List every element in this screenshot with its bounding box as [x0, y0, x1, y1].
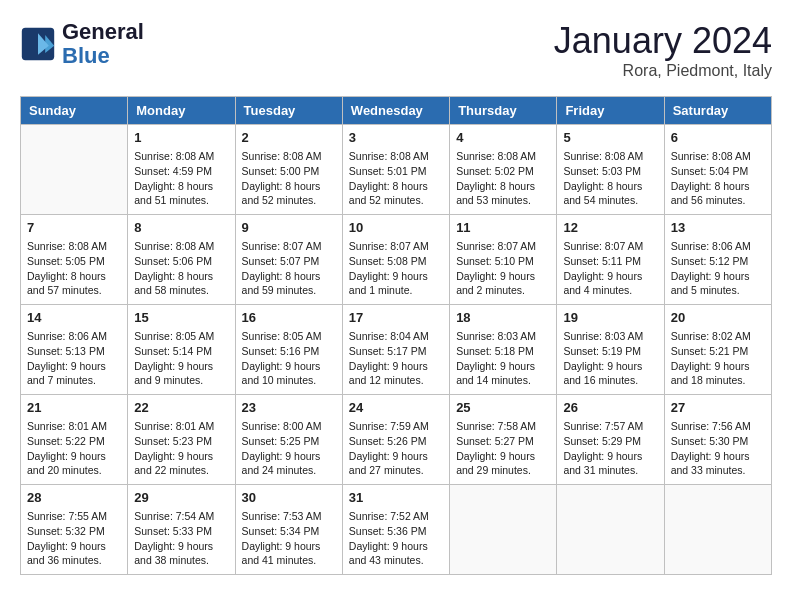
daylight-text: Daylight: 9 hours and 18 minutes.: [671, 359, 765, 388]
daylight-text: Daylight: 9 hours and 20 minutes.: [27, 449, 121, 478]
calendar-cell: 17Sunrise: 8:04 AMSunset: 5:17 PMDayligh…: [342, 305, 449, 395]
daylight-text: Daylight: 8 hours and 59 minutes.: [242, 269, 336, 298]
day-number: 19: [563, 309, 657, 327]
daylight-text: Daylight: 9 hours and 7 minutes.: [27, 359, 121, 388]
day-number: 8: [134, 219, 228, 237]
sunset-text: Sunset: 5:06 PM: [134, 254, 228, 269]
daylight-text: Daylight: 9 hours and 38 minutes.: [134, 539, 228, 568]
sunset-text: Sunset: 5:34 PM: [242, 524, 336, 539]
daylight-text: Daylight: 9 hours and 4 minutes.: [563, 269, 657, 298]
day-number: 26: [563, 399, 657, 417]
sunrise-text: Sunrise: 7:57 AM: [563, 419, 657, 434]
calendar-cell: 12Sunrise: 8:07 AMSunset: 5:11 PMDayligh…: [557, 215, 664, 305]
day-number: 4: [456, 129, 550, 147]
calendar-cell: [21, 125, 128, 215]
location: Rora, Piedmont, Italy: [554, 62, 772, 80]
sunset-text: Sunset: 5:30 PM: [671, 434, 765, 449]
sunrise-text: Sunrise: 8:07 AM: [563, 239, 657, 254]
sunrise-text: Sunrise: 8:05 AM: [134, 329, 228, 344]
month-title: January 2024: [554, 20, 772, 62]
calendar-cell: 7Sunrise: 8:08 AMSunset: 5:05 PMDaylight…: [21, 215, 128, 305]
calendar-cell: 5Sunrise: 8:08 AMSunset: 5:03 PMDaylight…: [557, 125, 664, 215]
calendar-cell: 23Sunrise: 8:00 AMSunset: 5:25 PMDayligh…: [235, 395, 342, 485]
day-number: 20: [671, 309, 765, 327]
title-block: January 2024 Rora, Piedmont, Italy: [554, 20, 772, 80]
calendar-cell: 8Sunrise: 8:08 AMSunset: 5:06 PMDaylight…: [128, 215, 235, 305]
sunset-text: Sunset: 5:13 PM: [27, 344, 121, 359]
calendar-cell: 31Sunrise: 7:52 AMSunset: 5:36 PMDayligh…: [342, 485, 449, 575]
calendar-cell: 9Sunrise: 8:07 AMSunset: 5:07 PMDaylight…: [235, 215, 342, 305]
sunrise-text: Sunrise: 7:53 AM: [242, 509, 336, 524]
header-monday: Monday: [128, 97, 235, 125]
calendar-cell: 25Sunrise: 7:58 AMSunset: 5:27 PMDayligh…: [450, 395, 557, 485]
daylight-text: Daylight: 8 hours and 52 minutes.: [349, 179, 443, 208]
sunset-text: Sunset: 5:33 PM: [134, 524, 228, 539]
daylight-text: Daylight: 9 hours and 1 minute.: [349, 269, 443, 298]
calendar-cell: 15Sunrise: 8:05 AMSunset: 5:14 PMDayligh…: [128, 305, 235, 395]
sunrise-text: Sunrise: 7:59 AM: [349, 419, 443, 434]
calendar-cell: [450, 485, 557, 575]
sunrise-text: Sunrise: 8:07 AM: [456, 239, 550, 254]
sunrise-text: Sunrise: 8:01 AM: [27, 419, 121, 434]
logo-icon: [20, 26, 56, 62]
header-row: SundayMondayTuesdayWednesdayThursdayFrid…: [21, 97, 772, 125]
sunrise-text: Sunrise: 8:03 AM: [563, 329, 657, 344]
calendar-cell: 30Sunrise: 7:53 AMSunset: 5:34 PMDayligh…: [235, 485, 342, 575]
daylight-text: Daylight: 9 hours and 36 minutes.: [27, 539, 121, 568]
daylight-text: Daylight: 9 hours and 33 minutes.: [671, 449, 765, 478]
daylight-text: Daylight: 9 hours and 27 minutes.: [349, 449, 443, 478]
day-number: 1: [134, 129, 228, 147]
day-number: 27: [671, 399, 765, 417]
day-number: 23: [242, 399, 336, 417]
day-number: 30: [242, 489, 336, 507]
day-number: 9: [242, 219, 336, 237]
daylight-text: Daylight: 9 hours and 5 minutes.: [671, 269, 765, 298]
sunrise-text: Sunrise: 8:04 AM: [349, 329, 443, 344]
daylight-text: Daylight: 9 hours and 41 minutes.: [242, 539, 336, 568]
sunrise-text: Sunrise: 8:08 AM: [134, 149, 228, 164]
sunrise-text: Sunrise: 8:03 AM: [456, 329, 550, 344]
sunset-text: Sunset: 5:32 PM: [27, 524, 121, 539]
week-row-3: 14Sunrise: 8:06 AMSunset: 5:13 PMDayligh…: [21, 305, 772, 395]
daylight-text: Daylight: 9 hours and 2 minutes.: [456, 269, 550, 298]
sunset-text: Sunset: 5:19 PM: [563, 344, 657, 359]
logo-text: General Blue: [62, 20, 144, 68]
sunset-text: Sunset: 5:22 PM: [27, 434, 121, 449]
calendar-cell: 20Sunrise: 8:02 AMSunset: 5:21 PMDayligh…: [664, 305, 771, 395]
daylight-text: Daylight: 9 hours and 9 minutes.: [134, 359, 228, 388]
calendar-cell: 18Sunrise: 8:03 AMSunset: 5:18 PMDayligh…: [450, 305, 557, 395]
calendar-cell: 11Sunrise: 8:07 AMSunset: 5:10 PMDayligh…: [450, 215, 557, 305]
sunrise-text: Sunrise: 7:56 AM: [671, 419, 765, 434]
daylight-text: Daylight: 8 hours and 56 minutes.: [671, 179, 765, 208]
logo: General Blue: [20, 20, 144, 68]
page-header: General Blue January 2024 Rora, Piedmont…: [20, 20, 772, 80]
sunset-text: Sunset: 5:27 PM: [456, 434, 550, 449]
sunset-text: Sunset: 5:29 PM: [563, 434, 657, 449]
header-friday: Friday: [557, 97, 664, 125]
sunset-text: Sunset: 5:18 PM: [456, 344, 550, 359]
day-number: 25: [456, 399, 550, 417]
calendar-cell: 4Sunrise: 8:08 AMSunset: 5:02 PMDaylight…: [450, 125, 557, 215]
calendar-cell: 26Sunrise: 7:57 AMSunset: 5:29 PMDayligh…: [557, 395, 664, 485]
daylight-text: Daylight: 8 hours and 54 minutes.: [563, 179, 657, 208]
sunset-text: Sunset: 5:04 PM: [671, 164, 765, 179]
week-row-2: 7Sunrise: 8:08 AMSunset: 5:05 PMDaylight…: [21, 215, 772, 305]
day-number: 10: [349, 219, 443, 237]
header-tuesday: Tuesday: [235, 97, 342, 125]
sunrise-text: Sunrise: 8:08 AM: [134, 239, 228, 254]
sunrise-text: Sunrise: 8:06 AM: [27, 329, 121, 344]
calendar-cell: 19Sunrise: 8:03 AMSunset: 5:19 PMDayligh…: [557, 305, 664, 395]
sunset-text: Sunset: 5:21 PM: [671, 344, 765, 359]
sunrise-text: Sunrise: 7:52 AM: [349, 509, 443, 524]
sunrise-text: Sunrise: 8:07 AM: [242, 239, 336, 254]
week-row-4: 21Sunrise: 8:01 AMSunset: 5:22 PMDayligh…: [21, 395, 772, 485]
daylight-text: Daylight: 9 hours and 43 minutes.: [349, 539, 443, 568]
calendar-cell: 29Sunrise: 7:54 AMSunset: 5:33 PMDayligh…: [128, 485, 235, 575]
daylight-text: Daylight: 9 hours and 12 minutes.: [349, 359, 443, 388]
daylight-text: Daylight: 9 hours and 24 minutes.: [242, 449, 336, 478]
sunset-text: Sunset: 5:02 PM: [456, 164, 550, 179]
day-number: 11: [456, 219, 550, 237]
sunrise-text: Sunrise: 8:08 AM: [671, 149, 765, 164]
sunset-text: Sunset: 5:11 PM: [563, 254, 657, 269]
daylight-text: Daylight: 9 hours and 10 minutes.: [242, 359, 336, 388]
